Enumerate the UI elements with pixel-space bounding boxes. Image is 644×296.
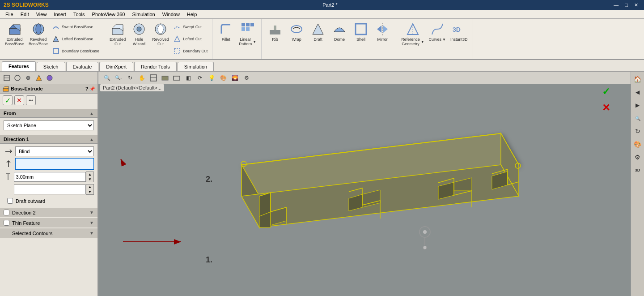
shell-btn[interactable]: Shell	[350, 21, 372, 43]
display-style-btn[interactable]	[160, 73, 170, 83]
menu-photoview[interactable]: PhotoView 360	[89, 11, 129, 18]
direction1-arrow-icon[interactable]	[4, 159, 13, 169]
linear-pattern-btn[interactable]: LinearPattern ▼	[237, 21, 258, 47]
draft-up-btn[interactable]: ▲	[86, 184, 93, 189]
depth-input[interactable]	[14, 172, 86, 182]
cancel-btn[interactable]: ✕	[14, 95, 24, 105]
right-zoom-icon[interactable]: 🔍	[632, 112, 644, 124]
linear-pattern-dropdown[interactable]: ▼	[253, 40, 256, 44]
swept-boss-btn[interactable]: Swept Boss/Base	[50, 22, 101, 32]
extruded-cut-btn[interactable]: ExtrudedCut	[107, 21, 128, 47]
hidden-lines-btn[interactable]	[172, 73, 182, 83]
boundary-boss-btn[interactable]: Boundary Boss/Base	[50, 46, 101, 56]
revolved-cut-btn[interactable]: RevolvedCut	[150, 21, 171, 47]
tab-sketch[interactable]: Sketch	[37, 62, 65, 71]
curves-btn[interactable]: Curves ▼	[427, 21, 448, 43]
draft-btn[interactable]: Draft	[307, 21, 329, 43]
panel-tool-2[interactable]	[13, 73, 22, 83]
draft-down-btn[interactable]: ▼	[86, 189, 93, 194]
view-rotate-btn[interactable]: ⟳	[195, 73, 205, 83]
right-settings-icon[interactable]: ⚙	[632, 151, 644, 163]
thin-feature-checkbox[interactable]	[4, 220, 9, 226]
extruded-boss-btn[interactable]: ExtrudedBoss/Base	[3, 21, 26, 47]
curves-dropdown[interactable]: ▼	[442, 38, 446, 42]
panel-pin-icon[interactable]: 📌	[89, 86, 95, 91]
confirm-btn[interactable]: ✓	[3, 95, 13, 105]
dome-btn[interactable]: Dome	[329, 21, 350, 43]
zoom-in-btn[interactable]: 🔍	[102, 73, 112, 83]
minimize-btn[interactable]: —	[611, 2, 621, 9]
reference-geometry-btn[interactable]: ReferenceGeometry ▼	[399, 21, 426, 47]
lofted-cut-btn[interactable]: Lofted Cut	[171, 34, 209, 44]
panel-tool-4[interactable]	[34, 73, 44, 83]
panel-tool-1[interactable]	[2, 73, 12, 83]
svg-rect-6	[53, 48, 59, 54]
right-3d-icon[interactable]: 3D	[632, 164, 644, 176]
tab-evaluate[interactable]: Evaluate	[66, 62, 99, 71]
right-colorwheel-icon[interactable]: 🎨	[632, 138, 644, 150]
mirror-label: Mirror	[377, 37, 388, 42]
menu-insert[interactable]: Insert	[50, 11, 70, 18]
from-dropdown[interactable]: Sketch Plane Surface/Face/Plane Vertex O…	[4, 120, 94, 130]
view-settings-btn[interactable]: ⚙	[242, 73, 251, 83]
direction2-section-header[interactable]: Direction 2 ▼	[0, 208, 97, 217]
wrap-btn[interactable]: Wrap	[286, 21, 307, 43]
boundary-cut-icon	[173, 47, 181, 55]
menu-help[interactable]: Help	[183, 11, 201, 18]
depth-up-btn[interactable]: ▲	[86, 172, 93, 177]
revolved-boss-btn[interactable]: RevolvedBoss/Base	[26, 21, 50, 47]
draft-angle-input[interactable]	[14, 184, 86, 194]
depth-down-btn[interactable]: ▼	[86, 177, 93, 182]
view-options-btn[interactable]	[148, 73, 158, 83]
boundary-cut-btn[interactable]: Boundary Cut	[171, 46, 209, 56]
scene-btn[interactable]: 🌄	[230, 73, 240, 83]
boss-extrude-header-icon	[3, 86, 9, 92]
from-section-header[interactable]: From ▲	[0, 109, 97, 118]
direction1-input-box[interactable]	[15, 158, 94, 170]
tab-render-tools[interactable]: Render Tools	[134, 62, 177, 71]
instant3d-btn[interactable]: 3D Instant3D	[448, 21, 470, 43]
panel-help-icon[interactable]: ?	[85, 86, 88, 91]
direction1-section-header[interactable]: Direction 1 ▲	[0, 135, 97, 144]
right-home-icon[interactable]: 🏠	[632, 73, 644, 85]
panel-tool-3[interactable]	[23, 73, 33, 83]
maximize-btn[interactable]: □	[623, 2, 630, 9]
tab-simulation[interactable]: Simulation	[178, 62, 214, 71]
menu-simulation[interactable]: Simulation	[128, 11, 158, 18]
direction1-type-dropdown[interactable]: Blind Through All Through All-Both Up To…	[15, 146, 94, 156]
zoom-out-btn[interactable]: 🔍-	[114, 73, 123, 83]
right-back-icon[interactable]: ◀	[632, 86, 644, 98]
title-bar-controls[interactable]: — □ ✕	[611, 2, 640, 9]
thin-feature-section-header[interactable]: Thin Feature ▼	[0, 218, 97, 227]
menu-view[interactable]: View	[33, 11, 51, 18]
mirror-btn[interactable]: Mirror	[372, 21, 393, 43]
menu-edit[interactable]: Edit	[17, 11, 33, 18]
swept-cut-btn[interactable]: Swept Cut	[171, 22, 209, 32]
appearances-btn[interactable]: 🎨	[218, 73, 228, 83]
menu-tools[interactable]: Tools	[70, 11, 89, 18]
lighting-btn[interactable]: 💡	[207, 73, 216, 83]
options-btn[interactable]	[26, 95, 36, 105]
direction2-checkbox[interactable]	[4, 210, 9, 215]
rotate-btn[interactable]: ↻	[125, 73, 135, 83]
right-forward-icon[interactable]: ▶	[632, 99, 644, 111]
rib-btn[interactable]: Rib	[264, 21, 286, 43]
draft-outward-checkbox[interactable]	[7, 198, 13, 204]
lofted-boss-btn[interactable]: Lofted Boss/Base	[50, 34, 101, 44]
menu-file[interactable]: File	[2, 11, 17, 18]
section-view-btn[interactable]: ◧	[183, 73, 193, 83]
reference-geometry-dropdown[interactable]: ▼	[421, 40, 424, 44]
selected-contours-section-header[interactable]: Selected Contours ▼	[0, 228, 97, 238]
hole-wizard-btn[interactable]: HoleWizard	[128, 21, 150, 47]
direction1-flip-icon[interactable]	[4, 146, 13, 156]
menu-window[interactable]: Window	[159, 11, 183, 18]
left-panel: Boss-Extrude ? 📌 ✓ ✕ From ▲	[0, 72, 98, 296]
direction1-label: Direction 1	[4, 137, 29, 142]
tab-dimxpert[interactable]: DimXpert	[99, 62, 133, 71]
close-btn[interactable]: ✕	[632, 2, 640, 9]
fillet-btn[interactable]: Fillet	[215, 21, 237, 43]
pan-btn[interactable]: ✋	[137, 73, 147, 83]
right-rotate-icon[interactable]: ↻	[632, 125, 644, 137]
panel-tool-5[interactable]	[45, 73, 55, 83]
tab-features[interactable]: Features	[2, 61, 36, 71]
